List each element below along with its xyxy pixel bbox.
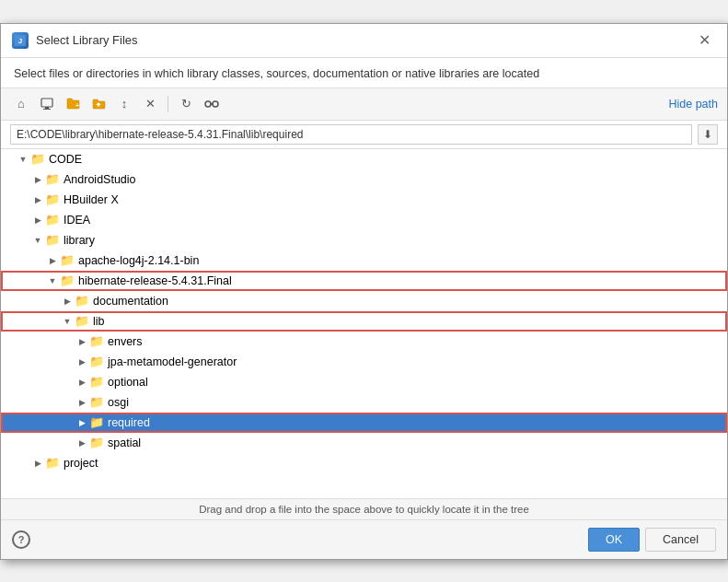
- tree-item-spatial[interactable]: ▶ 📁 spatial: [1, 433, 727, 453]
- folder-icon-required: 📁: [89, 415, 104, 429]
- chevron-spatial: ▶: [75, 438, 89, 448]
- chevron-hbuilderx: ▶: [30, 195, 45, 204]
- tree-label-osgi: osgi: [108, 396, 129, 409]
- tree-label-required: required: [108, 416, 150, 429]
- chevron-lib: ▼: [60, 317, 75, 326]
- tree-label-idea: IDEA: [64, 214, 90, 227]
- tree-item-code[interactable]: ▼ 📁 CODE: [1, 149, 727, 169]
- folder-icon-documentation: 📁: [75, 294, 89, 308]
- svg-rect-3: [45, 107, 49, 109]
- toolbar-new-folder-button[interactable]: +: [62, 93, 84, 115]
- chevron-idea: ▶: [30, 215, 45, 225]
- tree-item-idea[interactable]: ▶ 📁 IDEA: [1, 210, 727, 230]
- folder-icon-osgi: 📁: [89, 395, 104, 409]
- chevron-jpa: ▶: [75, 357, 89, 367]
- help-button[interactable]: ?: [12, 530, 30, 549]
- folder-icon-library: 📁: [45, 233, 60, 247]
- folder-icon-jpa: 📁: [89, 355, 104, 368]
- title-bar-left: J Select Library Files: [12, 32, 138, 49]
- tree-label-code: CODE: [49, 153, 82, 166]
- tree-item-documentation[interactable]: ▶ 📁 documentation: [1, 291, 727, 311]
- drag-hint: Drag and drop a file into the space abov…: [1, 499, 727, 520]
- folder-icon-apache: 📁: [60, 253, 75, 267]
- bottom-bar: ? OK Cancel: [1, 520, 727, 559]
- chevron-hibernate: ▼: [45, 276, 60, 285]
- path-input[interactable]: [10, 124, 692, 145]
- folder-icon-androidstudio: 📁: [45, 172, 60, 186]
- tree-label-optional: optional: [108, 376, 148, 389]
- path-bar: ⬇: [1, 121, 727, 149]
- dialog-icon: J: [12, 32, 29, 49]
- chevron-optional: ▶: [75, 378, 89, 387]
- folder-icon-hibernate: 📁: [60, 274, 75, 287]
- svg-rect-2: [41, 99, 52, 107]
- tree-label-lib: lib: [93, 315, 105, 328]
- tree-item-optional[interactable]: ▶ 📁 optional: [1, 372, 727, 392]
- toolbar-move-button[interactable]: ↕: [113, 93, 135, 115]
- chevron-required: ▶: [75, 418, 89, 427]
- cancel-button[interactable]: Cancel: [645, 528, 716, 552]
- tree-item-project[interactable]: ▶ 📁 project: [1, 453, 727, 473]
- tree-label-library: library: [64, 234, 95, 247]
- folder-icon-optional: 📁: [89, 375, 104, 389]
- tree-item-androidstudio[interactable]: ▶ 📁 AndroidStudio: [1, 169, 727, 190]
- tree-item-envers[interactable]: ▶ 📁 envers: [1, 332, 727, 352]
- toolbar-separator: [168, 96, 168, 112]
- tree-label-jpa: jpa-metamodel-generator: [108, 355, 237, 368]
- close-button[interactable]: ✕: [693, 31, 716, 50]
- tree-item-apache-log4j[interactable]: ▶ 📁 apache-log4j-2.14.1-bin: [1, 250, 727, 271]
- svg-rect-4: [43, 109, 51, 110]
- toolbar-folder-up-button[interactable]: [87, 93, 110, 115]
- tree-label-androidstudio: AndroidStudio: [64, 173, 136, 186]
- title-bar: J Select Library Files ✕: [1, 24, 727, 58]
- chevron-androidstudio: ▶: [30, 175, 45, 184]
- dialog-title: Select Library Files: [36, 33, 138, 47]
- tree-label-spatial: spatial: [108, 436, 141, 449]
- tree-item-osgi[interactable]: ▶ 📁 osgi: [1, 392, 727, 413]
- toolbar-delete-button[interactable]: ✕: [139, 93, 161, 115]
- tree-label-project: project: [64, 457, 98, 470]
- chevron-project: ▶: [30, 459, 45, 468]
- folder-icon-envers: 📁: [89, 334, 104, 348]
- ok-button[interactable]: OK: [588, 528, 640, 552]
- chevron-code: ▼: [16, 155, 30, 164]
- folder-icon-lib: 📁: [75, 314, 89, 328]
- folder-icon-spatial: 📁: [89, 436, 104, 449]
- tree-label-hibernate: hibernate-release-5.4.31.Final: [78, 274, 232, 287]
- svg-text:+: +: [75, 102, 79, 109]
- tree-item-hibernate[interactable]: ▼ 📁 hibernate-release-5.4.31.Final: [1, 271, 727, 291]
- tree-item-library[interactable]: ▼ 📁 library: [1, 230, 727, 250]
- tree-item-lib[interactable]: ▼ 📁 lib: [1, 311, 727, 332]
- folder-icon-project: 📁: [45, 456, 60, 470]
- file-tree: ▼ 📁 CODE ▶ 📁 AndroidStudio ▶ 📁 HBuilder …: [1, 149, 727, 499]
- toolbar: ⌂ + ↕ ✕ ↻: [1, 88, 727, 121]
- folder-icon-code: 📁: [30, 152, 45, 166]
- toolbar-monitor-button[interactable]: [36, 93, 58, 115]
- dialog-description: Select files or directories in which lib…: [1, 58, 727, 88]
- toolbar-link-button[interactable]: [201, 93, 223, 115]
- chevron-apache: ▶: [45, 256, 60, 265]
- tree-item-jpa-metamodel[interactable]: ▶ 📁 jpa-metamodel-generator: [1, 352, 727, 372]
- tree-label-documentation: documentation: [93, 295, 168, 308]
- folder-icon-hbuilderx: 📁: [45, 192, 60, 206]
- tree-item-hbuilderx[interactable]: ▶ 📁 HBuilder X: [1, 190, 727, 210]
- toolbar-refresh-button[interactable]: ↻: [175, 93, 197, 115]
- svg-text:J: J: [18, 37, 22, 45]
- chevron-documentation: ▶: [60, 297, 75, 306]
- tree-item-required[interactable]: ▶ 📁 required 点击完成 ↓: [1, 413, 727, 433]
- select-library-dialog: J Select Library Files ✕ Select files or…: [0, 23, 728, 560]
- hide-path-button[interactable]: Hide path: [668, 98, 718, 111]
- toolbar-home-button[interactable]: ⌂: [10, 93, 32, 115]
- chevron-osgi: ▶: [75, 398, 89, 407]
- chevron-library: ▼: [30, 236, 45, 245]
- tree-label-hbuilderx: HBuilder X: [64, 193, 119, 206]
- tree-label-envers: envers: [108, 335, 143, 348]
- folder-icon-idea: 📁: [45, 213, 60, 227]
- action-buttons: OK Cancel: [588, 528, 716, 552]
- path-download-button[interactable]: ⬇: [698, 124, 718, 145]
- chevron-envers: ▶: [75, 337, 89, 346]
- tree-label-apache: apache-log4j-2.14.1-bin: [78, 254, 199, 267]
